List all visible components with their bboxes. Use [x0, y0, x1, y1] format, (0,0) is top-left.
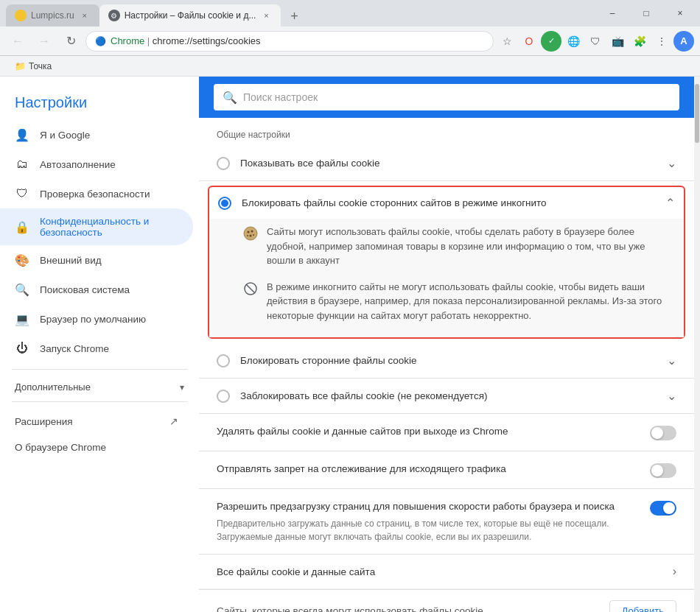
- close-button[interactable]: ×: [663, 1, 697, 25]
- sidebar-divider-1: [12, 369, 187, 370]
- toggle-preload-sublabel: Предварительно загружать данные со стран…: [217, 517, 640, 544]
- option-block-third[interactable]: Блокировать сторонние файлы cookie ⌄: [199, 343, 694, 379]
- arrow-row-all-cookies[interactable]: Все файлы cookie и данные сайта ›: [199, 555, 694, 589]
- chevron-block-incognito[interactable]: ⌃: [665, 196, 675, 210]
- toolbar-icons: ☆ O ✓ 🌐 🛡 📺 🧩 ⋮ A: [497, 31, 694, 52]
- block-icon: [243, 281, 258, 296]
- radio-block-incognito[interactable]: [218, 197, 231, 210]
- address-input[interactable]: 🔵 Chrome | chrome://settings/cookies: [85, 31, 494, 52]
- reload-button[interactable]: ↻: [59, 29, 83, 53]
- cookie-icon: [243, 226, 258, 241]
- radio-show-all[interactable]: [217, 157, 230, 170]
- sidebar-item-avtozapolnenie[interactable]: 🗂 Автозаполнение: [0, 150, 193, 179]
- chevron-show-all[interactable]: ⌄: [667, 156, 676, 170]
- shield-icon[interactable]: 🛡: [585, 31, 606, 52]
- chevron-block-all[interactable]: ⌄: [667, 389, 676, 403]
- option-block-incognito[interactable]: Блокировать файлы cookie сторонних сайто…: [209, 187, 684, 219]
- tab-settings[interactable]: ⚙ Настройки – Файлы cookie и д... ×: [99, 4, 281, 27]
- arrow-row-label: Все файлы cookie и данные сайта: [217, 566, 673, 577]
- radio-block-all[interactable]: [217, 390, 230, 403]
- scrollbar[interactable]: [694, 77, 700, 612]
- bookmark-icon[interactable]: ☆: [497, 31, 517, 52]
- option-block-incognito-container: Блокировать файлы cookie сторонних сайто…: [208, 186, 685, 339]
- check-icon[interactable]: ✓: [541, 31, 561, 52]
- forward-button[interactable]: →: [32, 29, 56, 53]
- toggle-delete-label: Удалять файлы cookie и данные сайтов при…: [217, 424, 640, 439]
- toggle-preload-label: Разрешить предзагрузку страниц для повыш…: [217, 499, 640, 514]
- option-show-all[interactable]: Показывать все файлы cookie ⌄: [199, 146, 694, 181]
- back-button[interactable]: ←: [6, 29, 29, 53]
- sidebar-item-ya-i-google-label: Я и Google: [40, 130, 90, 141]
- tab-lumpics[interactable]: Lumpics.ru ×: [6, 4, 99, 27]
- lumpics-favicon: [15, 10, 27, 21]
- vneshni-vid-icon: 🎨: [15, 253, 29, 267]
- avatar[interactable]: A: [673, 31, 694, 52]
- settings-content: Общие настройки Показывать все файлы coo…: [199, 118, 694, 612]
- toggle-preload-switch[interactable]: [650, 501, 676, 516]
- new-tab-button[interactable]: +: [284, 6, 304, 27]
- sidebar: Настройки 👤 Я и Google 🗂 Автозаполнение …: [0, 77, 199, 612]
- sidebar-item-proverka-label: Проверка безопасности: [40, 189, 150, 200]
- sidebar-item-poiskovaya-label: Поисковая система: [40, 284, 130, 295]
- sidebar-item-o-brauzere[interactable]: О браузере Chrome: [0, 435, 193, 460]
- sidebar-item-konfidencialnost-label: Конфиденциальность и безопасность: [40, 216, 178, 238]
- content-area: Настройки 👤 Я и Google 🗂 Автозаполнение …: [0, 77, 700, 612]
- sidebar-item-proverka[interactable]: 🛡 Проверка безопасности: [0, 179, 193, 208]
- section-title: Общие настройки: [199, 118, 694, 146]
- bookmark-tochka[interactable]: 📁 Точка: [9, 58, 57, 74]
- settings-favicon: ⚙: [108, 10, 120, 21]
- toggle-preload: Разрешить предзагрузку страниц для повыш…: [199, 489, 694, 555]
- globe-icon[interactable]: 🌐: [563, 31, 584, 52]
- opera-icon[interactable]: O: [519, 31, 539, 52]
- address-scheme: Chrome: [111, 35, 144, 46]
- chevron-block-third[interactable]: ⌄: [667, 354, 676, 367]
- add-row: Сайты, которые всегда могут использовать…: [199, 589, 694, 612]
- add-row-label: Сайты, которые всегда могут использовать…: [217, 605, 609, 612]
- address-text: Chrome | chrome://settings/cookies: [111, 35, 261, 46]
- sidebar-item-brauzer[interactable]: 💻 Браузер по умолчанию: [0, 304, 193, 334]
- cast-icon[interactable]: 📺: [607, 31, 628, 52]
- proverka-icon: 🛡: [15, 186, 29, 201]
- sidebar-section-dopolnitelnye[interactable]: Дополнительные ▾: [0, 376, 199, 395]
- scroll-thumb[interactable]: [695, 84, 699, 143]
- bookmark-label: Точка: [29, 61, 52, 71]
- tab-lumpics-close[interactable]: ×: [79, 10, 91, 21]
- sidebar-item-rasshireniya[interactable]: Расширения ↗: [0, 408, 193, 435]
- sidebar-item-zapusk[interactable]: ⏻ Запуск Chrome: [0, 334, 193, 363]
- zapusk-icon: ⏻: [15, 341, 29, 356]
- sidebar-item-poiskovaya[interactable]: 🔍 Поисковая система: [0, 275, 193, 304]
- tab-settings-close[interactable]: ×: [260, 10, 272, 21]
- sidebar-item-avtozapolnenie-label: Автозаполнение: [40, 159, 116, 170]
- toggle-dnt-label-wrap: Отправлять запрет на отслеживание для ис…: [217, 462, 640, 476]
- toggle-dnt: Отправлять запрет на отслеживание для ис…: [199, 451, 694, 489]
- address-scheme-icon: 🔵: [95, 36, 106, 46]
- extensions-icon[interactable]: 🧩: [629, 31, 650, 52]
- browser-frame: Lumpics.ru × ⚙ Настройки – Файлы cookie …: [0, 0, 700, 612]
- expanded-block-incognito: Сайты могут использовать файлы cookie, ч…: [209, 219, 684, 337]
- minimize-button[interactable]: –: [595, 1, 629, 25]
- poiskovaya-icon: 🔍: [15, 282, 29, 297]
- rasshireniya-icon: ↗: [169, 415, 178, 427]
- toggle-dnt-switch[interactable]: [650, 463, 676, 478]
- address-bar: ← → ↻ 🔵 Chrome | chrome://settings/cooki…: [0, 27, 700, 56]
- search-input-wrap[interactable]: 🔍 Поиск настроек: [214, 84, 679, 110]
- svg-line-7: [246, 284, 255, 293]
- sidebar-item-vneshni-vid-label: Внешний вид: [40, 255, 102, 266]
- add-button[interactable]: Добавить: [609, 600, 676, 612]
- toggle-delete-switch[interactable]: [650, 426, 676, 440]
- option-block-all[interactable]: Заблокировать все файлы cookie (не реком…: [199, 379, 694, 414]
- rasshireniya-label: Расширения: [15, 416, 73, 427]
- bookmark-bar: 📁 Точка: [0, 56, 700, 77]
- window-controls: – □ ×: [595, 0, 700, 27]
- option-block-incognito-label: Блокировать файлы cookie сторонних сайто…: [242, 197, 655, 208]
- search-bar: 🔍 Поиск настроек: [199, 77, 694, 118]
- menu-icon[interactable]: ⋮: [651, 31, 672, 52]
- sidebar-item-ya-i-google[interactable]: 👤 Я и Google: [0, 120, 193, 150]
- maximize-button[interactable]: □: [629, 1, 663, 25]
- sidebar-item-konfidencialnost[interactable]: 🔒 Конфиденциальность и безопасность: [0, 208, 193, 245]
- o-brauzere-label: О браузере Chrome: [15, 442, 106, 453]
- svg-point-1: [248, 231, 250, 233]
- sidebar-item-vneshni-vid[interactable]: 🎨 Внешний вид: [0, 245, 193, 275]
- radio-block-third[interactable]: [217, 354, 230, 367]
- sidebar-item-zapusk-label: Запуск Chrome: [40, 343, 109, 354]
